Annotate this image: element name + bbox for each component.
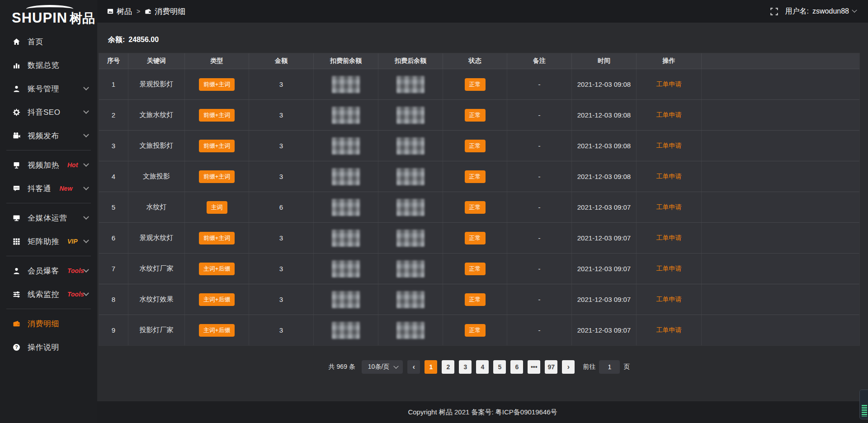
video-camera-icon bbox=[12, 132, 21, 140]
cell-type: 前缀+主词 bbox=[185, 100, 249, 130]
sidebar-item-consumption-detail[interactable]: 消费明细 bbox=[0, 312, 97, 335]
chevron-down-icon bbox=[83, 85, 89, 90]
sidebar-item-video-publish[interactable]: 视频发布 bbox=[0, 124, 97, 147]
sidebar-item-account-management[interactable]: 账号管理 bbox=[0, 77, 97, 100]
cell-action: 工单申请 bbox=[637, 284, 702, 315]
sidebar-item-label: 数据总览 bbox=[28, 60, 59, 70]
cell-filler bbox=[702, 161, 859, 192]
cell-filler bbox=[702, 254, 859, 284]
table-row: 4 文旅投影 前缀+主词 3 正常 - 2021-12-03 09:08 工单申… bbox=[99, 161, 859, 192]
cell-filler bbox=[702, 131, 859, 161]
type-badge: 主词+后缀 bbox=[199, 293, 235, 306]
footer: Copyright 树品 2021 备案号: 粤ICP备09019646号 bbox=[97, 401, 868, 423]
work-order-link[interactable]: 工单申请 bbox=[656, 265, 682, 273]
cell-action: 工单申请 bbox=[637, 254, 702, 284]
page-size-select[interactable]: 10条/页 bbox=[362, 360, 403, 374]
goto-page-input[interactable] bbox=[599, 360, 620, 374]
work-order-link[interactable]: 工单申请 bbox=[656, 173, 682, 181]
status-badge: 正常 bbox=[465, 232, 486, 244]
cell-status: 正常 bbox=[443, 100, 507, 130]
page-button[interactable]: 6 bbox=[510, 360, 523, 374]
cell-seq: 1 bbox=[99, 69, 128, 99]
work-order-link[interactable]: 工单申请 bbox=[656, 203, 682, 212]
bar-chart-icon bbox=[12, 61, 21, 69]
floating-widget[interactable] bbox=[859, 390, 868, 419]
status-badge: 正常 bbox=[465, 170, 486, 183]
sidebar-item-lead-monitor[interactable]: 线索监控 Tools bbox=[0, 282, 97, 306]
cell-action: 工单申请 bbox=[637, 315, 702, 345]
sidebar-item-douyin-seo[interactable]: 抖音SEO bbox=[0, 100, 97, 124]
sidebar-item-home[interactable]: 首页 bbox=[0, 30, 97, 53]
user-icon bbox=[12, 267, 21, 275]
sidebar-divider bbox=[6, 150, 91, 150]
page-button[interactable]: 97 bbox=[545, 360, 557, 374]
sidebar-item-member-burst[interactable]: 会员爆客 Tools bbox=[0, 259, 97, 282]
cell-time: 2021-12-03 09:07 bbox=[572, 315, 637, 345]
work-order-link[interactable]: 工单申请 bbox=[656, 234, 682, 242]
prev-page-button[interactable]: ‹ bbox=[407, 360, 420, 374]
masked-balance-before bbox=[332, 168, 360, 185]
fullscreen-icon[interactable] bbox=[770, 8, 778, 15]
page-buttons: 1 2 3 4 5 6 ••• 97 bbox=[425, 360, 557, 374]
status-badge: 正常 bbox=[465, 201, 486, 214]
sidebar: SHUPIN树品 首页 数据总览 账号管理 抖音SEO bbox=[0, 0, 97, 423]
total-count: 共 969 条 bbox=[329, 363, 355, 371]
vip-tag: VIP bbox=[67, 238, 78, 245]
work-order-link[interactable]: 工单申请 bbox=[656, 326, 682, 334]
cell-type: 前缀+主词 bbox=[185, 69, 249, 99]
svg-text:?: ? bbox=[15, 344, 18, 350]
work-order-link[interactable]: 工单申请 bbox=[656, 80, 682, 89]
sidebar-item-instructions[interactable]: ? 操作说明 bbox=[0, 335, 97, 359]
cell-time: 2021-12-03 09:07 bbox=[572, 223, 637, 253]
next-page-button[interactable]: › bbox=[562, 360, 575, 374]
cell-seq: 9 bbox=[99, 315, 128, 345]
cell-keyword: 文旅投影 bbox=[128, 161, 185, 192]
sidebar-item-video-heat[interactable]: 视频加热 Hot bbox=[0, 153, 97, 177]
page-button[interactable]: 2 bbox=[442, 360, 454, 374]
cell-balance-after bbox=[378, 131, 443, 161]
cell-filler bbox=[702, 192, 859, 222]
page-button[interactable]: ••• bbox=[528, 360, 540, 374]
masked-balance-before bbox=[332, 199, 360, 216]
sidebar-item-all-media[interactable]: 全媒体运营 bbox=[0, 206, 97, 230]
breadcrumb-current[interactable]: 消费明细 bbox=[145, 6, 185, 17]
pagination: 共 969 条 10条/页 ‹ 1 2 3 4 bbox=[99, 360, 860, 374]
column-header: 金额 bbox=[249, 53, 314, 69]
cell-action: 工单申请 bbox=[637, 223, 702, 253]
wallet-icon bbox=[12, 320, 21, 328]
content: 余额:24856.00 序号 关键词 类型 金额 扣费前余额 bbox=[97, 23, 868, 401]
cell-status: 正常 bbox=[443, 131, 507, 161]
cell-amount: 3 bbox=[249, 100, 314, 130]
sidebar-item-data-overview[interactable]: 数据总览 bbox=[0, 53, 97, 77]
gear-icon bbox=[12, 108, 21, 116]
column-header: 状态 bbox=[443, 53, 507, 69]
column-header: 扣费前余额 bbox=[314, 53, 378, 69]
sidebar-item-matrix-boost[interactable]: 矩阵助推 VIP bbox=[0, 230, 97, 253]
page-button[interactable]: 5 bbox=[493, 360, 506, 374]
masked-balance-after bbox=[396, 199, 425, 216]
page-button[interactable]: 4 bbox=[476, 360, 489, 374]
table-row: 2 文旅水纹灯 前缀+主词 3 正常 - 2021-12-03 09:08 工单… bbox=[99, 99, 859, 130]
cell-time: 2021-12-03 09:08 bbox=[572, 69, 637, 99]
breadcrumb-home[interactable]: 树品 bbox=[107, 6, 132, 17]
work-order-link[interactable]: 工单申请 bbox=[656, 296, 682, 304]
column-header: 序号 bbox=[99, 53, 128, 69]
status-badge: 正常 bbox=[465, 324, 486, 337]
work-order-link[interactable]: 工单申请 bbox=[656, 142, 682, 150]
cell-status: 正常 bbox=[443, 315, 507, 345]
user-menu[interactable]: 用户名: zswodun88 bbox=[785, 7, 856, 16]
sidebar-item-label: 首页 bbox=[28, 37, 43, 47]
sidebar-item-label: 矩阵助推 bbox=[28, 236, 59, 247]
grid-icon bbox=[12, 238, 21, 245]
cell-status: 正常 bbox=[443, 69, 507, 99]
cell-note: - bbox=[507, 192, 572, 222]
page-button[interactable]: 1 bbox=[425, 360, 437, 374]
cell-note: - bbox=[507, 161, 572, 192]
sidebar-item-douketong[interactable]: 抖客通 New bbox=[0, 177, 97, 200]
cell-note: - bbox=[507, 315, 572, 345]
work-order-link[interactable]: 工单申请 bbox=[656, 111, 682, 119]
page-button[interactable]: 3 bbox=[459, 360, 472, 374]
cell-seq: 3 bbox=[99, 131, 128, 161]
widget-stripes-icon bbox=[862, 405, 867, 417]
sidebar-item-label: 账号管理 bbox=[28, 84, 59, 94]
